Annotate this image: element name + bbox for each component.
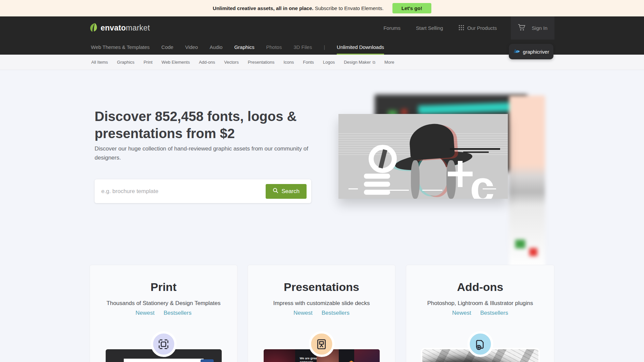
grid-icon <box>459 25 464 32</box>
cart-icon[interactable] <box>518 24 526 33</box>
subnav-more[interactable]: More <box>384 60 394 65</box>
presentation-icon <box>309 331 334 357</box>
subnav-logos[interactable]: Logos <box>323 60 335 65</box>
header-top-row: envatomarket Forums Start Selling Our Pr… <box>90 16 554 40</box>
our-products-label: Our Products <box>467 25 497 31</box>
search-button[interactable]: Search <box>266 184 307 199</box>
subnav-design-maker[interactable]: Design Maker ⧉ <box>344 60 375 65</box>
presentations-newest-link[interactable]: Newest <box>293 310 313 316</box>
forums-link[interactable]: Forums <box>383 25 400 31</box>
presentations-card-subtitle: Impress with customizable slide decks <box>248 300 395 307</box>
nav-3d-files[interactable]: 3D Files <box>293 40 312 55</box>
subnav-graphics[interactable]: Graphics <box>117 60 135 65</box>
subnav-print[interactable]: Print <box>144 60 153 65</box>
header-links: Forums Start Selling Our Products Sign I… <box>368 16 554 40</box>
artboard-icon <box>151 331 176 357</box>
primary-nav: Web Themes & Templates Code Video Audio … <box>91 40 384 55</box>
hero-glitch-portrait-image: c <box>338 114 508 199</box>
business-card-preview: JESSICA ANDERSON <box>124 359 204 362</box>
add-ons-card-subtitle: Photoshop, Lightroom & Illustrator plugi… <box>406 300 554 307</box>
word-document-icon: W <box>201 359 214 362</box>
glitch-bars-glyph <box>364 174 390 195</box>
promo-banner: Unlimited creative assets, all in one pl… <box>0 0 644 16</box>
envato-leaf-icon <box>90 23 98 34</box>
design-maker-label: Design Maker <box>344 60 371 65</box>
subnav-fonts[interactable]: Fonts <box>303 60 314 65</box>
add-ons-card-title: Add-ons <box>406 281 554 294</box>
hero-title-line1: Discover 852,458 fonts, logos & <box>95 108 329 125</box>
graphicriver-fish-icon <box>513 49 521 55</box>
subnav-presentations[interactable]: Presentations <box>248 60 275 65</box>
start-selling-link[interactable]: Start Selling <box>416 25 443 31</box>
subnav-vectors[interactable]: Vectors <box>224 60 238 65</box>
promo-message: Unlimited creative assets, all in one pl… <box>213 5 383 11</box>
our-products-link[interactable]: Our Products <box>459 25 497 32</box>
glitch-ring-glyph <box>369 145 397 173</box>
search-input[interactable] <box>95 179 266 203</box>
nav-separator: | <box>324 40 325 55</box>
print-bestsellers-link[interactable]: Bestsellers <box>164 310 192 316</box>
envato-market-logo[interactable]: envatomarket <box>90 23 150 34</box>
category-card-print: Print Thousands of Stationery & Design T… <box>90 265 237 362</box>
category-card-presentations: Presentations Impress with customizable … <box>248 265 395 362</box>
graphicriver-badge[interactable]: graphicriver <box>509 44 553 59</box>
signin-block: Sign In <box>511 16 554 40</box>
nav-photos[interactable]: Photos <box>266 40 282 55</box>
subnav-icons[interactable]: Icons <box>283 60 294 65</box>
nav-unlimited-downloads[interactable]: Unlimited Downloads <box>337 40 384 55</box>
external-link-icon: ⧉ <box>372 60 375 65</box>
subnav-add-ons[interactable]: Add-ons <box>199 60 215 65</box>
search-button-label: Search <box>281 188 300 195</box>
hero-title: Discover 852,458 fonts, logos & presenta… <box>95 108 329 142</box>
hero-art-side-card <box>509 96 545 268</box>
category-card-add-ons: Add-ons Photoshop, Lightroom & Illustrat… <box>406 265 554 362</box>
nav-graphics-active[interactable]: Graphics <box>234 40 254 55</box>
nav-web-themes[interactable]: Web Themes & Templates <box>91 40 150 55</box>
nav-code[interactable]: Code <box>161 40 173 55</box>
promo-message-sub: Subscribe to Envato Elements. <box>315 5 384 11</box>
print-newest-link[interactable]: Newest <box>136 310 155 316</box>
print-card-subtitle: Thousands of Stationery & Design Templat… <box>90 300 237 307</box>
presentations-bestsellers-link[interactable]: Bestsellers <box>322 310 350 316</box>
add-ons-newest-link[interactable]: Newest <box>452 310 471 316</box>
search-icon <box>273 188 278 195</box>
hero-title-line2: presentations from $2 <box>95 125 329 142</box>
nav-unlimited-label: Unlimited Downloads <box>337 44 384 50</box>
print-card-title: Print <box>90 281 237 294</box>
logo-text-market: market <box>126 23 150 32</box>
nav-video[interactable]: Video <box>185 40 198 55</box>
sign-in-link[interactable]: Sign In <box>532 25 547 31</box>
add-document-icon <box>467 331 493 357</box>
hero-searchbox: Search <box>95 179 311 203</box>
promo-message-bold: Unlimited creative assets, all in one pl… <box>213 5 313 11</box>
add-ons-bestsellers-link[interactable]: Bestsellers <box>480 310 508 316</box>
lets-go-button[interactable]: Let's go! <box>392 3 431 13</box>
graphicriver-label: graphicriver <box>523 49 549 55</box>
subnav-web-elements[interactable]: Web Elements <box>162 60 190 65</box>
logo-text-envato: envato <box>101 23 126 32</box>
nav-audio[interactable]: Audio <box>210 40 222 55</box>
presentations-card-title: Presentations <box>248 281 395 294</box>
subnav-all-items[interactable]: All Items <box>91 60 108 65</box>
hero-subtitle: Discover our huge collection of hand-rev… <box>95 144 323 162</box>
